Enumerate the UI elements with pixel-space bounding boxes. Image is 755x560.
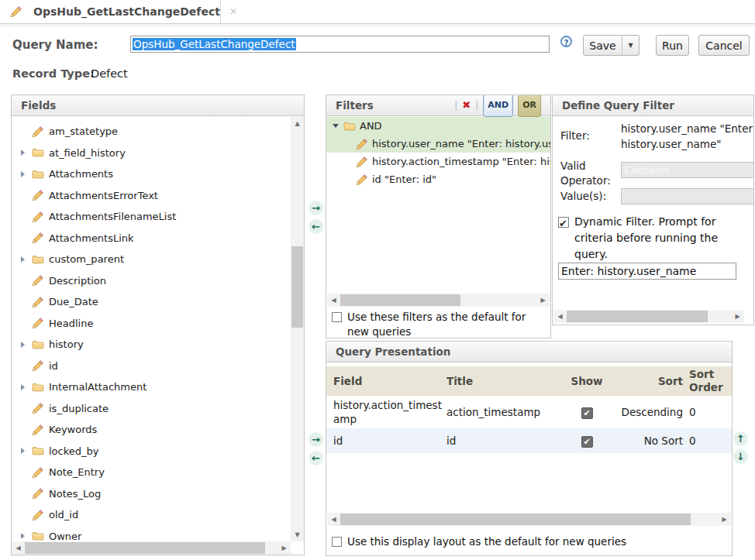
tree-item[interactable]: at_field_history bbox=[12, 143, 291, 164]
tree-item[interactable]: AttachmentsErrorText bbox=[12, 185, 291, 207]
tree-item[interactable]: Keywords bbox=[12, 419, 291, 441]
tree-item[interactable]: id bbox=[12, 356, 291, 377]
pencil-icon bbox=[32, 296, 44, 308]
scroll-right-arrow[interactable]: ▶ bbox=[536, 294, 550, 307]
scroll-down-arrow[interactable]: ▼ bbox=[291, 528, 304, 541]
dynamic-filter-checkbox[interactable] bbox=[558, 217, 569, 228]
scroll-right-arrow[interactable]: ▶ bbox=[278, 541, 291, 555]
row-sort[interactable]: Descending bbox=[614, 406, 683, 418]
expander-icon[interactable] bbox=[333, 124, 343, 128]
filter-item-label: id "Enter: id" bbox=[372, 173, 436, 185]
layout-default-checkbox-row: Use this display layout as the default f… bbox=[332, 534, 727, 549]
expander-icon[interactable] bbox=[21, 384, 32, 390]
filter-item[interactable]: id "Enter: id" bbox=[326, 170, 550, 188]
scroll-left-arrow[interactable]: ◀ bbox=[327, 294, 340, 307]
tree-item[interactable]: Due_Date bbox=[12, 291, 291, 313]
tree-item[interactable]: AttachmentsFilenameList bbox=[12, 206, 291, 228]
query-name-input[interactable]: OpsHub_GetLastChangeDefect bbox=[130, 36, 550, 53]
scroll-left-arrow[interactable]: ◀ bbox=[12, 541, 25, 555]
folder-icon bbox=[32, 530, 44, 541]
pencil-icon bbox=[10, 5, 27, 18]
show-checkbox[interactable]: ✔ bbox=[581, 407, 593, 419]
tree-item[interactable]: locked_by bbox=[12, 441, 291, 462]
column-header-title[interactable]: Title bbox=[446, 375, 560, 388]
pencil-icon bbox=[356, 173, 368, 186]
tree-item[interactable]: InternalAttachment bbox=[12, 376, 291, 398]
or-button[interactable]: OR bbox=[518, 94, 541, 117]
tree-item[interactable]: custom_parent bbox=[12, 249, 291, 270]
scroll-right-arrow[interactable]: ▶ bbox=[718, 513, 731, 526]
horizontal-scrollbar[interactable]: ◀ ▶ bbox=[327, 294, 550, 307]
tree-item[interactable]: is_duplicate bbox=[12, 398, 291, 420]
tree-item-label: Notes_Log bbox=[49, 488, 101, 500]
valid-operator-input bbox=[621, 162, 754, 178]
column-header-sort[interactable]: Sort bbox=[614, 375, 683, 388]
tree-item[interactable]: am_statetype bbox=[12, 121, 291, 143]
run-button[interactable]: Run bbox=[656, 35, 689, 56]
tree-item[interactable]: Note_Entry bbox=[12, 462, 291, 483]
filters-default-checkbox[interactable] bbox=[332, 312, 342, 322]
help-icon[interactable]: ? bbox=[560, 36, 572, 47]
filter-item[interactable]: history.user_name "Enter: history.user_n… bbox=[326, 135, 550, 153]
and-button[interactable]: AND bbox=[483, 94, 513, 117]
prompt-input[interactable] bbox=[558, 263, 736, 280]
column-header-field[interactable]: Field bbox=[333, 375, 446, 388]
move-down-button[interactable]: ↓ bbox=[733, 449, 748, 464]
expander-icon[interactable] bbox=[21, 448, 32, 454]
pencil-icon bbox=[32, 125, 44, 138]
scroll-thumb[interactable] bbox=[25, 542, 265, 554]
expander-icon[interactable] bbox=[21, 342, 32, 348]
scroll-thumb[interactable] bbox=[340, 514, 691, 525]
tab-close-icon[interactable]: ✕ bbox=[229, 6, 237, 17]
tree-item[interactable]: Notes_Log bbox=[12, 483, 291, 505]
layout-default-checkbox[interactable] bbox=[332, 537, 342, 547]
filter-root-item[interactable]: AND bbox=[326, 117, 550, 135]
presentation-row[interactable]: history.action_timestamp action_timestam… bbox=[326, 396, 732, 428]
expander-icon[interactable] bbox=[21, 171, 32, 177]
tree-item[interactable]: Description bbox=[12, 270, 291, 292]
query-tab[interactable]: OpsHub_GetLastChangeDefect ✕ bbox=[0, 0, 221, 23]
scroll-left-arrow[interactable]: ◀ bbox=[553, 310, 567, 323]
vertical-scrollbar[interactable]: ▲ ▼ bbox=[291, 117, 304, 541]
tree-item[interactable]: Attachments bbox=[12, 163, 291, 185]
horizontal-scrollbar[interactable]: ◀ ▶ bbox=[12, 541, 291, 555]
show-checkbox[interactable]: ✔ bbox=[581, 436, 593, 448]
scroll-thumb[interactable] bbox=[340, 294, 460, 306]
move-right-button[interactable]: → bbox=[309, 432, 323, 447]
tree-item[interactable]: AttachmentsLink bbox=[12, 228, 291, 249]
tree-item[interactable]: old_id bbox=[12, 504, 291, 526]
scroll-left-arrow[interactable]: ◀ bbox=[327, 513, 340, 526]
row-sort[interactable]: No Sort bbox=[614, 435, 683, 447]
filter-item-label: history.user_name "Enter: history.user_n… bbox=[372, 138, 550, 149]
move-right-button[interactable]: → bbox=[309, 201, 323, 215]
tree-item-label: Headline bbox=[49, 318, 93, 329]
cancel-button[interactable]: Cancel bbox=[698, 35, 750, 56]
tree-item[interactable]: history bbox=[12, 334, 291, 356]
pencil-icon bbox=[32, 211, 44, 223]
expander-icon[interactable] bbox=[21, 149, 32, 156]
tree-item[interactable]: Owner bbox=[12, 526, 291, 542]
save-button[interactable]: Save bbox=[583, 35, 622, 56]
scroll-up-arrow[interactable]: ▲ bbox=[291, 117, 304, 130]
expander-icon[interactable] bbox=[21, 533, 32, 539]
scroll-right-arrow[interactable]: ▶ bbox=[731, 310, 744, 323]
pencil-icon bbox=[32, 189, 44, 201]
horizontal-scrollbar[interactable]: ◀ ▶ bbox=[553, 310, 744, 323]
presentation-row[interactable]: id id ✔ No Sort 0 bbox=[326, 428, 732, 453]
scroll-thumb[interactable] bbox=[567, 311, 708, 322]
tree-item[interactable]: Headline bbox=[12, 313, 291, 335]
column-header-sort-order[interactable]: Sort Order bbox=[683, 368, 726, 394]
save-dropdown-button[interactable]: ▼ bbox=[622, 35, 640, 56]
scroll-thumb[interactable] bbox=[291, 246, 303, 328]
move-left-button[interactable]: ← bbox=[309, 219, 323, 234]
delete-filter-icon[interactable]: ✖ bbox=[462, 95, 471, 115]
filter-item[interactable]: history.action_timestamp "Enter: history… bbox=[326, 153, 550, 170]
move-up-button[interactable]: ↑ bbox=[733, 431, 748, 446]
pencil-icon bbox=[32, 402, 44, 414]
expander-icon[interactable] bbox=[21, 256, 32, 263]
column-header-show[interactable]: Show bbox=[560, 375, 614, 388]
filters-panel-title: Filters bbox=[336, 95, 374, 115]
folder-icon bbox=[343, 120, 356, 132]
move-left-button[interactable]: ← bbox=[309, 451, 323, 466]
horizontal-scrollbar[interactable]: ◀ ▶ bbox=[327, 513, 731, 526]
